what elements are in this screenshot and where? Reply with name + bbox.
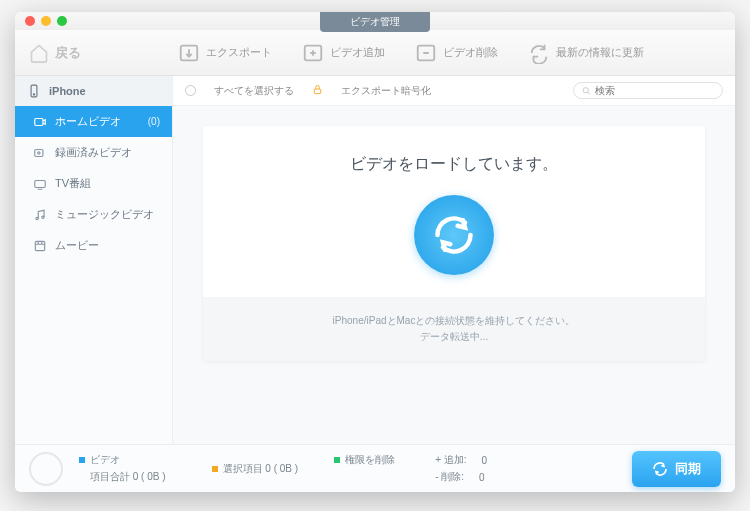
svg-rect-12: [314, 89, 320, 94]
sync-icon: [652, 461, 668, 477]
sidebar-label: ホームビデオ: [55, 114, 121, 129]
spinner-icon: [414, 195, 494, 275]
sidebar-item-movie[interactable]: ムービー: [15, 230, 172, 261]
sidebar-label: TV番組: [55, 176, 91, 191]
titlebar: ビデオ管理: [15, 12, 735, 30]
sidebar-label: ミュージックビデオ: [55, 207, 154, 222]
encrypt-label[interactable]: エクスポート暗号化: [341, 84, 431, 98]
content: すべてを選択する エクスポート暗号化 ビデオをロードしています。: [173, 76, 735, 444]
minimize-icon[interactable]: [41, 16, 51, 26]
svg-rect-11: [35, 241, 44, 250]
traffic-lights: [25, 16, 67, 26]
export-label: エクスポート: [206, 45, 272, 60]
svg-point-13: [583, 87, 588, 92]
refresh-label: 最新の情報に更新: [556, 45, 644, 60]
svg-rect-8: [35, 180, 46, 187]
add-label: ビデオ追加: [330, 45, 385, 60]
video-icon: [33, 115, 47, 129]
svg-point-7: [38, 151, 40, 153]
stage: ビデオをロードしています。 iPhone/iPadとMacとの接続状態を維持して…: [173, 106, 735, 444]
footer-video-label: ビデオ: [90, 453, 120, 467]
svg-point-9: [36, 217, 38, 219]
footer-total: 項目合計 0 ( 0B ): [90, 470, 166, 484]
search-box[interactable]: [573, 82, 723, 99]
zoom-icon[interactable]: [57, 16, 67, 26]
svg-point-10: [42, 216, 44, 218]
movie-icon: [33, 239, 47, 253]
footer-del-label: - 削除:: [435, 470, 464, 484]
toolbar: 戻る エクスポート ビデオ追加 ビデオ削除 最新の情報に更新: [15, 30, 735, 76]
select-all-label: すべてを選択する: [214, 84, 294, 98]
sidebar-item-music-video[interactable]: ミュージックビデオ: [15, 199, 172, 230]
sidebar-item-home-video[interactable]: ホームビデオ (0): [15, 106, 172, 137]
refresh-icon: [528, 42, 550, 64]
loading-heading: ビデオをロードしています。: [203, 154, 705, 175]
footer-add-val: 0: [482, 455, 488, 466]
svg-rect-5: [35, 118, 43, 125]
footer-perm: 権限を削除: [345, 453, 395, 467]
footer: ビデオ 項目合計 0 ( 0B ) 選択項目 0 ( 0B ) 権限を削除 + …: [15, 444, 735, 492]
music-video-icon: [33, 208, 47, 222]
window-title: ビデオ管理: [320, 12, 430, 32]
phone-icon: [27, 84, 41, 98]
loading-msg-2: データ転送中...: [219, 329, 689, 345]
refresh-button[interactable]: 最新の情報に更新: [528, 42, 644, 64]
device-header[interactable]: iPhone: [15, 76, 172, 106]
add-video-button[interactable]: ビデオ追加: [302, 42, 385, 64]
device-label: iPhone: [49, 85, 86, 97]
footer-add-label: + 追加:: [435, 453, 466, 467]
back-label: 戻る: [55, 44, 81, 62]
search-input[interactable]: [595, 85, 714, 96]
filter-bar: すべてを選択する エクスポート暗号化: [173, 76, 735, 106]
close-icon[interactable]: [25, 16, 35, 26]
storage-pie-icon: [29, 452, 63, 486]
select-all-checkbox[interactable]: [185, 85, 196, 96]
export-button[interactable]: エクスポート: [178, 42, 272, 64]
bullet-icon: [79, 457, 85, 463]
footer-selected: 選択項目 0 ( 0B ): [223, 462, 299, 476]
search-icon: [582, 86, 591, 96]
sidebar-label: ムービー: [55, 238, 99, 253]
export-icon: [178, 42, 200, 64]
loading-msg-1: iPhone/iPadとMacとの接続状態を維持してください。: [219, 313, 689, 329]
sync-button[interactable]: 同期: [632, 451, 721, 487]
svg-rect-6: [35, 149, 43, 156]
recorded-icon: [33, 146, 47, 160]
lock-icon: [312, 84, 323, 97]
sidebar-label: 録画済みビデオ: [55, 145, 132, 160]
footer-del-val: 0: [479, 472, 485, 483]
sidebar-item-recorded[interactable]: 録画済みビデオ: [15, 137, 172, 168]
app-window: ビデオ管理 戻る エクスポート ビデオ追加 ビデオ削除 最新の情報に更新: [15, 12, 735, 492]
svg-point-4: [33, 94, 34, 95]
sync-label: 同期: [675, 460, 701, 478]
sidebar-count: (0): [148, 116, 160, 127]
loading-card: ビデオをロードしています。 iPhone/iPadとMacとの接続状態を維持して…: [203, 126, 705, 361]
back-button[interactable]: 戻る: [29, 43, 81, 63]
sidebar-item-tv[interactable]: TV番組: [15, 168, 172, 199]
delete-video-button[interactable]: ビデオ削除: [415, 42, 498, 64]
add-icon: [302, 42, 324, 64]
delete-label: ビデオ削除: [443, 45, 498, 60]
bullet-icon: [334, 457, 340, 463]
tv-icon: [33, 177, 47, 191]
sidebar: iPhone ホームビデオ (0) 録画済みビデオ TV番組 ミュージックビデオ: [15, 76, 173, 444]
body: iPhone ホームビデオ (0) 録画済みビデオ TV番組 ミュージックビデオ: [15, 76, 735, 444]
home-icon: [29, 43, 49, 63]
bullet-icon: [212, 466, 218, 472]
delete-icon: [415, 42, 437, 64]
